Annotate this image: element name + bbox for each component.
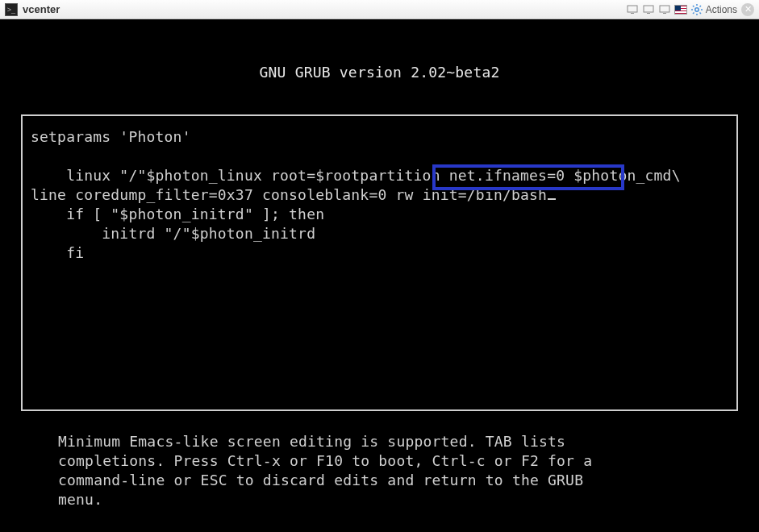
grub-editor-content[interactable]: setparams 'Photon' linux "/"$photon_linu… bbox=[31, 127, 730, 263]
keyboard-layout-us-icon[interactable] bbox=[674, 3, 687, 16]
display-icon[interactable] bbox=[626, 3, 639, 16]
svg-line-13 bbox=[693, 12, 694, 14]
window-title: vcenter bbox=[23, 3, 60, 15]
close-icon[interactable]: ✕ bbox=[741, 3, 754, 16]
editor-line-highlight-text: rw init=/bin/bash bbox=[396, 186, 548, 203]
grub-console[interactable]: GNU GRUB version 2.02~beta2 setparams 'P… bbox=[0, 19, 759, 532]
editor-line: if [ "$photon_initrd" ]; then bbox=[31, 206, 324, 222]
editor-line: fi bbox=[31, 244, 84, 261]
fullscreen-icon[interactable] bbox=[658, 3, 671, 16]
gear-icon[interactable] bbox=[690, 3, 703, 16]
editor-line: linux "/"$photon_linux root=$rootpartiti… bbox=[31, 167, 681, 184]
svg-rect-5 bbox=[663, 13, 666, 14]
grub-editor-box[interactable]: setparams 'Photon' linux "/"$photon_linu… bbox=[21, 114, 738, 411]
svg-line-12 bbox=[699, 12, 701, 14]
titlebar: >_ vcenter Actions ✕ bbox=[0, 0, 759, 19]
svg-rect-4 bbox=[660, 6, 669, 12]
grub-help-text: Minimum Emacs-like screen editing is sup… bbox=[0, 411, 759, 509]
editor-line: setparams 'Photon' bbox=[31, 128, 191, 145]
cursor bbox=[548, 198, 556, 200]
svg-rect-2 bbox=[644, 6, 653, 12]
grub-header: GNU GRUB version 2.02~beta2 bbox=[0, 19, 759, 114]
actions-menu-label[interactable]: Actions bbox=[706, 4, 737, 15]
svg-point-6 bbox=[694, 7, 698, 10]
svg-line-11 bbox=[693, 6, 694, 7]
console-app-icon: >_ bbox=[5, 3, 18, 16]
window: >_ vcenter Actions ✕ GNU GRUB version 2.… bbox=[0, 0, 759, 532]
editor-line: initrd "/"$photon_initrd bbox=[31, 225, 315, 242]
svg-rect-0 bbox=[628, 6, 637, 12]
editor-line-prefix: line coredump_filter=0x37 consoleblank=0 bbox=[31, 186, 396, 203]
svg-rect-1 bbox=[631, 13, 634, 14]
svg-line-14 bbox=[699, 6, 701, 7]
display-duplicate-icon[interactable] bbox=[642, 3, 655, 16]
svg-rect-3 bbox=[647, 13, 650, 14]
